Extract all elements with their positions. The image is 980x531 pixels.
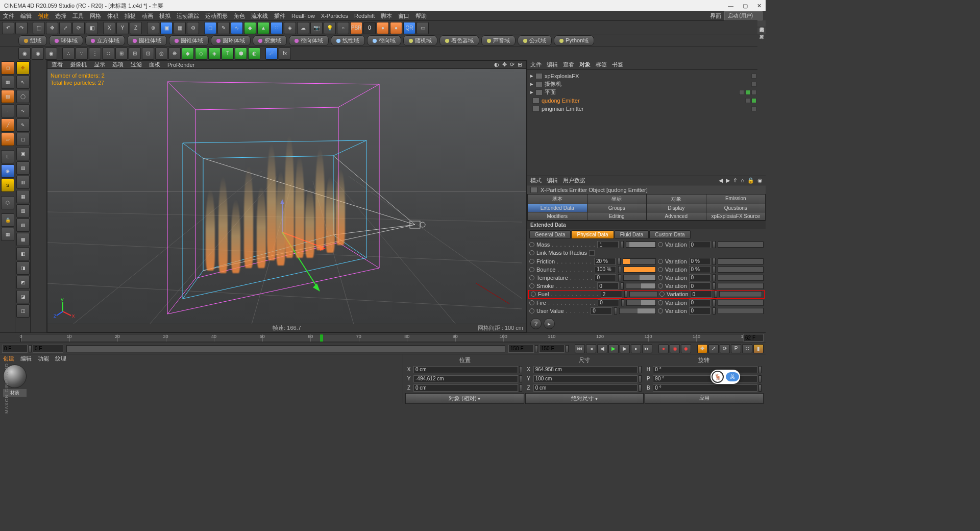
mat-create[interactable]: 创建 <box>3 355 14 363</box>
goto-end-icon[interactable]: ⏭ <box>642 344 652 353</box>
menu-capture[interactable]: 捕捉 <box>125 12 136 20</box>
path-tool-icon[interactable]: ∿ <box>16 104 30 117</box>
subtab-physical[interactable]: Physical Data <box>571 230 614 239</box>
vp-nav3-icon[interactable]: ⟳ <box>510 61 514 68</box>
size-Z-input[interactable] <box>533 384 638 392</box>
point-mode-icon[interactable]: · <box>1 104 14 117</box>
xp-10-icon[interactable]: ⊡ <box>142 47 154 60</box>
xp-6-icon[interactable]: ⋮ <box>89 47 101 60</box>
axis-z-icon[interactable]: Z <box>130 22 142 34</box>
qr-icon[interactable]: QR <box>403 22 415 34</box>
obj-tab-file[interactable]: 文件 <box>530 61 542 68</box>
vp-display[interactable]: 显示 <box>94 61 105 68</box>
spinner-icon[interactable] <box>714 291 717 298</box>
rot-H-input[interactable] <box>653 366 757 373</box>
tab-basic[interactable]: 基本 <box>528 195 587 204</box>
goto-start-icon[interactable]: ⏮ <box>575 344 585 353</box>
lasso-tool-icon[interactable]: ◯ <box>16 90 30 103</box>
timeline-ruler[interactable]: 0102030405060708090100110120130140150 <box>20 334 745 342</box>
pos-X-input[interactable] <box>413 366 518 373</box>
variation-input[interactable] <box>691 291 712 298</box>
render-settings-icon[interactable]: ⚙ <box>187 22 199 34</box>
object-row[interactable]: ▸平面 <box>527 88 766 96</box>
menu-realflow[interactable]: RealFlow <box>291 13 315 19</box>
attr-userdata[interactable]: 用户数据 <box>563 177 585 184</box>
subtab-custom[interactable]: Custom Data <box>649 230 690 239</box>
radio-icon[interactable] <box>529 308 534 313</box>
menu-file[interactable]: 文件 <box>3 12 14 20</box>
workplane-icon[interactable]: ⬡ <box>1 196 14 209</box>
brush-tool-icon[interactable]: ✎ <box>16 118 30 132</box>
attr-up-icon[interactable]: ⇧ <box>733 177 738 184</box>
radio-icon[interactable] <box>659 292 665 297</box>
minimize-icon[interactable]: — <box>728 3 733 9</box>
attr-mode[interactable]: 模式 <box>530 177 542 184</box>
smoke-input[interactable] <box>597 282 619 289</box>
mat1-icon[interactable]: ● <box>377 22 389 34</box>
xp-12-icon[interactable]: ❋ <box>168 47 181 60</box>
size-Y-input[interactable] <box>533 375 638 382</box>
menu-mesh[interactable]: 网格 <box>90 12 101 20</box>
tab-groups[interactable]: Groups <box>587 204 647 212</box>
radio-icon[interactable] <box>658 308 663 313</box>
menu-volume[interactable]: 体积 <box>107 12 118 20</box>
xp-17-icon[interactable]: ⬢ <box>235 47 247 60</box>
xp-3-icon[interactable]: ◉ <box>45 47 57 60</box>
field-formula[interactable]: 公式域 <box>518 35 552 46</box>
zero-icon[interactable]: 0 <box>363 22 376 34</box>
rot-P-input[interactable] <box>653 375 757 382</box>
spinner-icon[interactable] <box>713 307 716 315</box>
radio-icon[interactable] <box>658 267 663 272</box>
range-start-input[interactable] <box>33 345 63 353</box>
vp-nav4-icon[interactable]: ⊞ <box>518 61 522 68</box>
tab-explosia-source[interactable]: xpExplosiaFX Source <box>706 212 766 220</box>
variation-input[interactable] <box>689 282 710 289</box>
xp-18-icon[interactable]: ◐ <box>248 47 260 60</box>
radio-icon[interactable] <box>531 292 536 297</box>
maximize-icon[interactable]: ▢ <box>743 3 748 9</box>
menu-tools[interactable]: 工具 <box>72 12 84 20</box>
field-sound[interactable]: 声音域 <box>481 35 516 46</box>
attr-back-icon[interactable]: ◀ <box>719 177 723 184</box>
tab-questions[interactable]: Questions <box>706 204 766 212</box>
linkmass-checkbox[interactable] <box>589 250 595 256</box>
vis-flag-icon[interactable] <box>745 98 750 103</box>
key-scale-icon[interactable]: ⤢ <box>708 344 719 353</box>
menu-char[interactable]: 角色 <box>234 12 245 20</box>
spinner-icon[interactable] <box>639 375 642 382</box>
archive-icon[interactable]: ▭ <box>416 22 429 34</box>
bounce-input[interactable] <box>595 266 616 273</box>
cube-icon[interactable]: ◻ <box>204 22 216 34</box>
friction-slider[interactable] <box>623 258 656 264</box>
temperature-input[interactable] <box>595 274 616 281</box>
viewport-solo-icon[interactable]: ◉ <box>1 164 14 178</box>
axis-mode-icon[interactable]: L <box>1 150 14 163</box>
xp-16-icon[interactable]: T <box>222 47 234 60</box>
menu-xparticles[interactable]: X-Particles <box>321 13 348 19</box>
mat2-icon[interactable]: ● <box>390 22 402 34</box>
xp-14-icon[interactable]: ◇ <box>195 47 207 60</box>
render-region-icon[interactable]: ▦ <box>174 22 186 34</box>
variation-input[interactable] <box>689 307 710 315</box>
tool-10-icon[interactable]: ◨ <box>16 261 30 275</box>
object-row[interactable]: qudong Emitter <box>527 96 766 105</box>
radio-icon[interactable] <box>529 283 534 288</box>
layout-dropdown[interactable]: 启动 (用户) <box>724 11 763 20</box>
variation-slider[interactable] <box>718 267 764 273</box>
variation-input[interactable] <box>689 266 710 273</box>
autokey-icon[interactable]: ◉ <box>670 344 680 353</box>
attr-home-icon[interactable]: ⌂ <box>741 177 744 184</box>
scale-icon[interactable]: ⤢ <box>59 22 71 34</box>
attr-fwd-icon[interactable]: ▶ <box>726 177 730 184</box>
range-slider[interactable] <box>66 345 505 352</box>
radio-icon[interactable] <box>529 250 534 255</box>
spinner-icon[interactable] <box>618 274 621 281</box>
vp-nav1-icon[interactable]: ◐ <box>494 61 499 68</box>
tool-7-icon[interactable]: ▨ <box>16 219 30 232</box>
spinner-icon[interactable] <box>535 345 538 352</box>
dock-tab-2[interactable]: 对象 <box>757 28 766 34</box>
field-shader[interactable]: 着色器域 <box>439 35 479 46</box>
next-frame-icon[interactable]: ▶ <box>620 344 630 353</box>
spinner-icon[interactable] <box>713 266 716 273</box>
tag-flag-icon[interactable] <box>751 90 756 95</box>
